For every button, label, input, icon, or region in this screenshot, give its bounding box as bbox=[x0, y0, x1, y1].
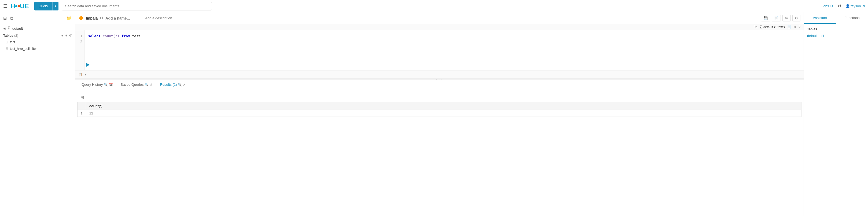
row-num-header bbox=[78, 102, 86, 110]
tab-functions[interactable]: Functions bbox=[836, 12, 868, 24]
tab-assistant-label: Assistant bbox=[813, 16, 827, 20]
tables-label: Tables bbox=[3, 34, 13, 38]
results-table: count(*) 1 11 bbox=[77, 102, 802, 117]
user-link[interactable]: 👤 fayson_d bbox=[845, 4, 865, 8]
jobs-label: Jobs bbox=[822, 4, 829, 8]
user-icon: 👤 bbox=[845, 4, 851, 8]
tab-assistant[interactable]: Assistant bbox=[804, 12, 836, 24]
tab-saved-queries[interactable]: Saved Queries 🔍 ↺ bbox=[117, 80, 156, 89]
right-panel: Assistant Functions Tables default.test bbox=[804, 12, 868, 216]
tables-header: Tables (2) ▼ + ↺ bbox=[0, 33, 75, 39]
tab-results[interactable]: Results (1) 🔍 ⤢ bbox=[157, 80, 189, 89]
right-panel-content: Tables default.test bbox=[804, 24, 868, 41]
grid-view-icon[interactable]: ⊞ bbox=[81, 95, 84, 100]
file-icon[interactable]: 📄 bbox=[787, 25, 791, 29]
database-name: default bbox=[12, 27, 23, 31]
table-grid-icon-2: ⊞ bbox=[5, 47, 8, 51]
snippet-dropdown[interactable]: ▾ bbox=[85, 73, 86, 76]
editor-settings-icon[interactable]: ⚙ bbox=[794, 25, 796, 29]
result-value-cell: 11 bbox=[86, 110, 801, 117]
tab-saved-queries-label: Saved Queries bbox=[120, 82, 144, 86]
db-selector-icon: 🗄 bbox=[760, 25, 763, 29]
tables-section-title: Tables bbox=[807, 27, 865, 31]
line-numbers: 1 2 bbox=[75, 30, 85, 70]
table-name-test: test bbox=[10, 40, 15, 44]
user-name: fayson_d bbox=[850, 4, 865, 8]
results-toolbar: ⊞ bbox=[77, 93, 802, 102]
history-icon[interactable]: ↺ bbox=[838, 3, 841, 8]
results-area: Query History 🔍 📅 Saved Queries 🔍 ↺ Resu… bbox=[75, 80, 804, 216]
jobs-settings-icon: ⚙ bbox=[830, 4, 833, 8]
add-table-icon[interactable]: + bbox=[65, 34, 67, 38]
table-grid-icon: ⊞ bbox=[5, 40, 8, 44]
sidebar-icons-row: ⊞ ⧉ 📁 bbox=[0, 12, 75, 24]
table-name-hive: test_hive_delimiter bbox=[10, 47, 37, 51]
column-header-count: count(*) bbox=[86, 102, 801, 110]
editor-toolbar: 🔶 Impala ↺ 💾 📄 🏷 ⚙ bbox=[75, 12, 804, 24]
logo: H UE bbox=[11, 2, 29, 10]
run-button[interactable] bbox=[86, 63, 90, 67]
results-content: ⊞ count(*) 1 11 bbox=[75, 90, 804, 216]
download-button[interactable]: 📄 bbox=[772, 15, 781, 22]
refresh-icon-sq: ↺ bbox=[150, 83, 152, 86]
folder-icon[interactable]: 📁 bbox=[66, 15, 72, 21]
db-selector[interactable]: 🗄 default ▾ bbox=[760, 25, 775, 29]
tab-query-history-label: Query History bbox=[82, 82, 103, 86]
row-num-cell: 1 bbox=[78, 110, 86, 117]
database-selector[interactable]: ◀ 🗄 default bbox=[0, 24, 75, 33]
hamburger-icon[interactable]: ☰ bbox=[3, 3, 7, 9]
snippet-actions: 📋 ▾ bbox=[75, 70, 804, 78]
search-icon-qh: 🔍 bbox=[104, 83, 108, 86]
search-icon-r: 🔍 bbox=[178, 83, 182, 86]
sql-editor-pane: 0s 🗄 default ▾ text ▾ 📄 ⚙ ? 1 2 bbox=[75, 24, 804, 78]
tag-button[interactable]: 🏷 bbox=[782, 15, 791, 22]
logo-h: H bbox=[11, 2, 15, 10]
help-icon[interactable]: ? bbox=[799, 25, 800, 29]
query-time: 0s bbox=[754, 25, 757, 29]
tab-functions-label: Functions bbox=[844, 16, 860, 20]
jobs-link[interactable]: Jobs ⚙ bbox=[822, 4, 833, 8]
calendar-icon: 📅 bbox=[109, 83, 113, 86]
save-button[interactable]: 💾 bbox=[761, 15, 770, 22]
refresh-icon[interactable]: ↺ bbox=[69, 34, 72, 38]
results-tabs: Query History 🔍 📅 Saved Queries 🔍 ↺ Resu… bbox=[75, 80, 804, 90]
settings-button[interactable]: ⚙ bbox=[793, 15, 800, 22]
editor-content: 1 2 select count(*) from test bbox=[75, 30, 804, 70]
layers-icon[interactable]: ⊞ bbox=[3, 15, 7, 21]
copy-icon[interactable]: ⧉ bbox=[10, 16, 13, 21]
format-selector[interactable]: text ▾ bbox=[778, 25, 785, 29]
logo-ue: UE bbox=[20, 2, 29, 10]
editor-engine: Impala bbox=[86, 16, 98, 21]
editor-desc-input[interactable] bbox=[145, 16, 759, 20]
right-panel-table-item[interactable]: default.test bbox=[807, 33, 865, 38]
query-button-group: Query ▾ bbox=[34, 2, 59, 10]
query-dropdown-button[interactable]: ▾ bbox=[52, 2, 59, 10]
search-icon-sq: 🔍 bbox=[145, 83, 149, 86]
tables-actions: ▼ + ↺ bbox=[61, 34, 72, 38]
table-item-test[interactable]: ⊞ test bbox=[0, 39, 75, 45]
center-area: 🔶 Impala ↺ 💾 📄 🏷 ⚙ 0s 🗄 default ▾ bbox=[75, 12, 804, 216]
db-selector-chevron: ▾ bbox=[774, 25, 775, 29]
line-num-2: 2 bbox=[77, 39, 82, 45]
database-icon: 🗄 bbox=[7, 26, 11, 31]
impala-icon: 🔶 bbox=[78, 15, 84, 21]
filter-icon[interactable]: ▼ bbox=[61, 34, 64, 38]
table-item-test-hive[interactable]: ⊞ test_hive_delimiter bbox=[0, 45, 75, 52]
format-chevron: ▾ bbox=[783, 25, 785, 29]
db-chevron-icon: ◀ bbox=[3, 27, 5, 30]
expand-icon-r: ⤢ bbox=[183, 83, 186, 86]
query-button[interactable]: Query bbox=[34, 2, 52, 10]
editor-name-input[interactable] bbox=[105, 16, 143, 21]
navbar: ☰ H UE Query ▾ Jobs ⚙ ↺ 👤 fayson_d bbox=[0, 0, 868, 12]
undo-button[interactable]: ↺ bbox=[100, 15, 103, 21]
editor-top-bar: 0s 🗄 default ▾ text ▾ 📄 ⚙ ? bbox=[75, 24, 804, 30]
left-sidebar: ⊞ ⧉ 📁 ◀ 🗄 default Tables (2) ▼ + ↺ ⊞ tes… bbox=[0, 12, 75, 216]
db-selector-name: default bbox=[764, 25, 773, 29]
search-input[interactable] bbox=[62, 2, 212, 10]
editor-toolbar-right: 💾 📄 🏷 ⚙ bbox=[761, 15, 800, 22]
format-label: text bbox=[778, 25, 783, 29]
line-num-1: 1 bbox=[77, 34, 82, 39]
tab-query-history[interactable]: Query History 🔍 📅 bbox=[78, 80, 116, 89]
code-area[interactable]: select count(*) from test bbox=[85, 30, 804, 70]
tab-results-label: Results (1) bbox=[160, 82, 177, 86]
